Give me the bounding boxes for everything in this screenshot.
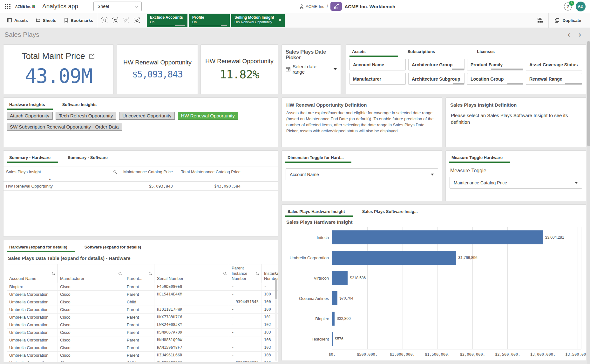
bar[interactable] bbox=[332, 332, 333, 346]
data-table-column-header[interactable]: Account Name bbox=[7, 264, 58, 283]
data-table-cell[interactable]: Bioplex bbox=[7, 283, 58, 290]
data-table-cell[interactable]: Cisco bbox=[58, 321, 124, 328]
bar[interactable] bbox=[332, 271, 348, 285]
data-table-tab[interactable]: Software (expand for details) bbox=[81, 242, 154, 252]
data-table-cell[interactable]: Cisco bbox=[58, 344, 124, 351]
data-table-cell[interactable]: Umbrella Corporation bbox=[7, 336, 58, 344]
filter-field[interactable]: Architecture Group bbox=[408, 59, 465, 70]
data-table-cell[interactable]: Umbrella Corporation bbox=[7, 321, 58, 328]
bar[interactable] bbox=[332, 230, 543, 244]
filter-field[interactable]: Account Name bbox=[349, 59, 406, 70]
breadcrumb-org[interactable]: ACME Inc bbox=[299, 4, 324, 9]
data-table-cell[interactable]: Cisco bbox=[58, 298, 124, 306]
data-table-cell[interactable]: Umbrella Corporation bbox=[7, 329, 58, 336]
data-table-cell[interactable]: HAM1596Y8F7 bbox=[154, 344, 229, 351]
page-scrollbar-thumb[interactable] bbox=[587, 41, 590, 146]
data-table-cell[interactable]: Umbrella Corporation bbox=[7, 344, 58, 351]
data-table-cell[interactable]: HZU4961L66R bbox=[154, 352, 229, 359]
data-table-cell[interactable]: 9394451545 bbox=[229, 298, 261, 306]
data-table-column-header[interactable]: Serial Number bbox=[154, 264, 229, 283]
data-table-cell[interactable]: Parent bbox=[124, 329, 154, 336]
summary-cell[interactable]: HW Renewal Opportunity bbox=[3, 182, 120, 190]
data-table-cell[interactable]: Cisco bbox=[58, 306, 124, 313]
bar[interactable] bbox=[332, 291, 337, 305]
data-table-cell[interactable]: Parent bbox=[124, 336, 154, 344]
insights-tab[interactable]: Hardware Insights bbox=[5, 99, 58, 110]
data-table-cell[interactable]: ILC0730393I bbox=[154, 359, 229, 362]
notification-badge[interactable]: 5 bbox=[569, 1, 574, 6]
data-table-cell[interactable]: Parent bbox=[124, 291, 154, 298]
measure-select[interactable]: Maintenance Catalog Price bbox=[450, 177, 582, 189]
search-icon[interactable] bbox=[148, 272, 153, 276]
search-icon[interactable] bbox=[51, 272, 56, 276]
data-table-cell[interactable]: Child bbox=[124, 298, 154, 306]
workbench-app-tile[interactable] bbox=[330, 2, 342, 11]
data-table-cell[interactable]: HSM9067A7O9 bbox=[154, 329, 229, 336]
data-table-cell[interactable]: Umbrella Corporation bbox=[7, 298, 58, 306]
data-table-cell[interactable]: Parent bbox=[124, 306, 154, 313]
avatar[interactable]: AD bbox=[576, 2, 586, 11]
search-icon[interactable] bbox=[275, 272, 278, 276]
chart-tab[interactable]: Sales Plays Software Insig... bbox=[358, 206, 431, 217]
selections-search-icon[interactable] bbox=[100, 16, 109, 25]
data-table-cell[interactable]: HJO11817FWR bbox=[154, 306, 229, 313]
data-table-cell[interactable]: HEL5414E4XM bbox=[154, 291, 229, 298]
data-table-cell[interactable]: Parent bbox=[124, 321, 154, 328]
chevron-right-icon[interactable]: › bbox=[579, 31, 581, 38]
summary-cell[interactable] bbox=[244, 182, 278, 190]
data-table-cell[interactable]: Cisco bbox=[58, 314, 124, 321]
search-icon[interactable] bbox=[118, 272, 122, 276]
sheets-button[interactable]: Sheets bbox=[32, 13, 60, 28]
step-back-icon[interactable] bbox=[111, 16, 120, 25]
data-table-cell[interactable]: Cisco bbox=[58, 329, 124, 336]
filter-field[interactable]: Location Group bbox=[467, 73, 523, 85]
insights-tab[interactable]: Software Insights bbox=[58, 99, 110, 110]
data-table-cell[interactable]: Umbrella Corporation bbox=[7, 291, 58, 298]
data-table-cell[interactable]: Cisco bbox=[58, 359, 124, 362]
close-icon[interactable]: × bbox=[279, 17, 281, 22]
data-table-cell[interactable]: - bbox=[229, 306, 261, 313]
data-table-cell[interactable]: Child bbox=[124, 359, 154, 362]
data-table-cell[interactable]: Parent bbox=[124, 314, 154, 321]
summary-cell[interactable]: $5,093,843 bbox=[120, 182, 176, 190]
filter-field[interactable]: Product Family bbox=[467, 59, 523, 70]
selection-chip[interactable]: Exclude AccountsOn bbox=[147, 14, 187, 27]
data-table-column-header[interactable]: Parent Instance Number bbox=[229, 264, 261, 283]
insight-button[interactable]: HW Renewal Opportunity bbox=[178, 112, 238, 120]
data-table-cell[interactable]: - bbox=[229, 352, 261, 359]
filter-tab[interactable]: Assets bbox=[348, 46, 404, 57]
selection-chip[interactable]: ProfileOn bbox=[189, 14, 230, 27]
filter-field[interactable]: Renewal Range bbox=[526, 73, 582, 85]
filter-field[interactable]: Architecture Subgroup bbox=[408, 73, 465, 85]
bar[interactable] bbox=[332, 312, 335, 326]
data-table-cell[interactable]: HKX7783U7C6 bbox=[154, 314, 229, 321]
external-link-icon[interactable] bbox=[88, 53, 95, 60]
data-table-tab[interactable]: Hardware (expand for details) bbox=[5, 242, 81, 252]
data-table-cell[interactable]: - bbox=[229, 321, 261, 328]
summary-column-header[interactable]: Sales Plays Insight▲ bbox=[3, 167, 120, 182]
table-scrollbar-thumb[interactable] bbox=[275, 279, 277, 299]
step-forward-icon[interactable] bbox=[121, 16, 131, 25]
data-table-cell[interactable]: Parent bbox=[124, 344, 154, 351]
insight-button[interactable]: Attach Opportunity bbox=[7, 112, 52, 120]
data-table-cell[interactable]: - bbox=[229, 329, 261, 336]
clear-selections-icon[interactable] bbox=[132, 16, 142, 25]
sheet-selector[interactable]: Sheet bbox=[93, 2, 142, 11]
data-table-cell[interactable]: Cisco bbox=[58, 291, 124, 298]
date-range-picker[interactable]: Select date range bbox=[282, 64, 341, 75]
data-table-cell[interactable]: Umbrella Corporation bbox=[7, 352, 58, 359]
data-table-cell[interactable]: Parent bbox=[124, 352, 154, 359]
data-table-cell[interactable]: Umbrella Corporation bbox=[7, 306, 58, 313]
assets-button[interactable]: Assets bbox=[3, 13, 32, 28]
summary-tab[interactable]: Summary - Hardware bbox=[5, 152, 64, 163]
data-table-cell[interactable]: - bbox=[229, 336, 261, 344]
summary-cell[interactable]: $43,090,584 bbox=[176, 182, 244, 190]
summary-column-header[interactable]: Total Maintenance Catalog Price bbox=[176, 167, 244, 182]
data-table-cell[interactable]: 9398867375 bbox=[229, 359, 261, 362]
data-table-cell[interactable]: HNH8831Q90W bbox=[154, 336, 229, 344]
filter-field[interactable]: Asset Coverage Status bbox=[526, 59, 582, 70]
breadcrumb-workspace[interactable]: ACME Inc. Workbench bbox=[344, 4, 395, 9]
data-table-cell[interactable]: Cisco bbox=[58, 352, 124, 359]
data-table-cell[interactable]: Cisco bbox=[58, 283, 124, 290]
filter-tab[interactable]: Subscriptions bbox=[404, 46, 473, 57]
